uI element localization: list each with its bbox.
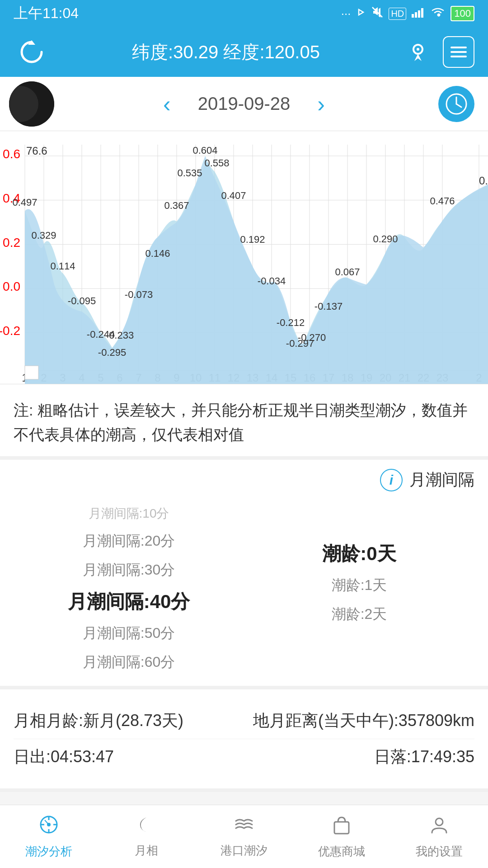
svg-text:-0.295: -0.295 <box>98 347 126 358</box>
svg-rect-4 <box>421 8 423 18</box>
nav-label-tide-analysis: 潮汐分析 <box>25 844 72 859</box>
svg-text:-0.137: -0.137 <box>314 301 343 312</box>
top-bar: 纬度:30.29 经度:120.05 <box>0 27 488 77</box>
lunar-phase-label: 月相月龄:新月(28.73天) <box>14 710 183 732</box>
svg-text:-0.2: -0.2 <box>0 324 20 338</box>
lunar-item-40-active[interactable]: 月潮间隔:40分 <box>14 585 244 619</box>
nav-item-moon-phase[interactable]: 月相 <box>98 805 195 868</box>
mute-icon <box>371 6 383 21</box>
current-date: 2019-09-28 <box>198 94 291 114</box>
svg-rect-100 <box>25 366 38 379</box>
current-time-button[interactable] <box>438 86 474 122</box>
svg-text:0.5: 0.5 <box>479 175 488 187</box>
wifi-icon <box>431 7 445 21</box>
svg-text:0.067: 0.067 <box>335 266 360 278</box>
svg-text:0.290: 0.290 <box>373 233 398 245</box>
svg-text:0.2: 0.2 <box>3 236 20 250</box>
svg-text:0.535: 0.535 <box>177 167 202 179</box>
tide-analysis-icon <box>38 814 60 840</box>
info-section: 月相月龄:新月(28.73天) 地月距离(当天中午):357809km 日出:0… <box>0 689 488 792</box>
nav-label-settings: 我的设置 <box>416 844 463 859</box>
status-icons: ··· HD <box>341 6 474 22</box>
svg-rect-2 <box>415 12 417 18</box>
nav-label-moon-phase: 月相 <box>135 843 158 859</box>
svg-point-7 <box>417 48 419 51</box>
port-tide-icon <box>233 815 255 839</box>
svg-text:-0.233: -0.233 <box>106 330 134 341</box>
sunrise-label: 日出:04:53:47 <box>14 746 114 768</box>
lunar-item-50[interactable]: 月潮间隔:50分 <box>14 619 244 648</box>
status-bar: 上午11:04 ··· HD <box>0 0 488 27</box>
lunar-item-10[interactable]: 月潮间隔:10分 <box>14 500 244 527</box>
coordinates-title: 纬度:30.29 经度:120.05 <box>50 40 402 65</box>
svg-text:0.407: 0.407 <box>221 190 246 201</box>
svg-text:0.558: 0.558 <box>204 157 229 169</box>
menu-button[interactable] <box>443 36 474 68</box>
note-text: 注: 粗略估计，误差较大，并只能分析正规半日潮类型潮汐，数值并不代表具体的潮高，… <box>14 398 474 447</box>
svg-text:0.367: 0.367 <box>164 200 189 211</box>
hd-badge: HD <box>389 8 406 20</box>
svg-text:-0.034: -0.034 <box>258 275 286 287</box>
svg-text:0.476: 0.476 <box>430 195 455 207</box>
svg-text:0.146: 0.146 <box>145 248 170 259</box>
moon-phase-icon <box>136 815 156 839</box>
svg-rect-3 <box>418 10 420 18</box>
svg-text:-0.073: -0.073 <box>125 289 153 300</box>
info-icon[interactable]: i <box>380 469 403 491</box>
lunar-item-20[interactable]: 月潮间隔:20分 <box>14 527 244 556</box>
nav-label-port-tide: 港口潮汐 <box>221 843 267 859</box>
svg-text:0.604: 0.604 <box>192 145 217 156</box>
lunar-header: i 月潮间隔 <box>14 469 474 491</box>
svg-text:0.329: 0.329 <box>31 230 56 241</box>
svg-text:0.192: 0.192 <box>240 234 265 245</box>
svg-text:0.497: 0.497 <box>12 197 37 208</box>
status-time: 上午11:04 <box>14 4 79 24</box>
lunar-interval-col: 月潮间隔:10分 月潮间隔:20分 月潮间隔:30分 月潮间隔:40分 月潮间隔… <box>14 500 244 677</box>
sunset-label: 日落:17:49:35 <box>374 746 474 768</box>
svg-text:0.114: 0.114 <box>50 260 75 272</box>
svg-text:-0.270: -0.270 <box>298 332 326 343</box>
prev-date-button[interactable]: ‹ <box>154 86 180 122</box>
date-navigation: ‹ 2019-09-28 › <box>0 77 488 131</box>
svg-line-13 <box>456 104 461 107</box>
lunar-item-30[interactable]: 月潮间隔:30分 <box>14 556 244 585</box>
tide-age-2[interactable]: 潮龄:2天 <box>244 600 474 629</box>
battery-icon: 100 <box>450 6 474 21</box>
earth-moon-distance-label: 地月距离(当天中午):357809km <box>253 710 474 732</box>
mall-icon <box>332 814 352 840</box>
lunar-items-container: 月潮间隔:10分 月潮间隔:20分 月潮间隔:30分 月潮间隔:40分 月潮间隔… <box>14 500 474 677</box>
tide-age-col: 潮龄:0天 潮龄:1天 潮龄:2天 <box>244 500 474 677</box>
signal-bars-icon <box>412 7 425 21</box>
nav-item-mall[interactable]: 优惠商城 <box>293 805 390 868</box>
svg-text:-0.095: -0.095 <box>68 295 96 307</box>
svg-text:0.6: 0.6 <box>3 147 20 161</box>
bottom-navigation: 潮汐分析 月相 港口潮汐 优惠商城 <box>0 805 488 868</box>
location-button[interactable] <box>402 36 434 68</box>
svg-text:-0.212: -0.212 <box>277 317 305 328</box>
lunar-interval-section: i 月潮间隔 月潮间隔:10分 月潮间隔:20分 月潮间隔:30分 月潮间隔:4… <box>0 460 488 689</box>
svg-rect-108 <box>334 822 349 834</box>
tide-chart: 0.6 0.4 0.2 0.0 -0.2 1 2 3 4 5 6 7 8 9 1… <box>0 131 488 384</box>
tide-age-1[interactable]: 潮龄:1天 <box>244 571 474 600</box>
lunar-phase-row: 月相月龄:新月(28.73天) 地月距离(当天中午):357809km <box>14 703 474 739</box>
note-section: 注: 粗略估计，误差较大，并只能分析正规半日潮类型潮汐，数值并不代表具体的潮高，… <box>0 384 488 460</box>
svg-line-107 <box>45 820 49 825</box>
next-date-button[interactable]: › <box>308 86 334 122</box>
bluetooth-icon <box>356 6 366 22</box>
nav-item-tide-analysis[interactable]: 潮汐分析 <box>0 805 98 868</box>
tide-age-0-active[interactable]: 潮龄:0天 <box>244 537 474 571</box>
nav-item-port-tide[interactable]: 港口潮汐 <box>195 805 293 868</box>
svg-rect-1 <box>412 14 414 18</box>
signal-dots-icon: ··· <box>341 7 351 21</box>
svg-text:0.0: 0.0 <box>3 279 20 293</box>
settings-icon <box>429 814 449 840</box>
top-bar-right-buttons <box>402 36 474 68</box>
svg-text:76.6: 76.6 <box>26 145 47 157</box>
svg-point-109 <box>436 818 443 826</box>
lunar-item-60[interactable]: 月潮间隔:60分 <box>14 648 244 677</box>
nav-label-mall: 优惠商城 <box>318 844 365 859</box>
sunrise-sunset-row: 日出:04:53:47 日落:17:49:35 <box>14 739 474 775</box>
nav-item-settings[interactable]: 我的设置 <box>390 805 488 868</box>
lunar-interval-header: 月潮间隔 <box>409 469 474 491</box>
refresh-button[interactable] <box>14 34 50 70</box>
